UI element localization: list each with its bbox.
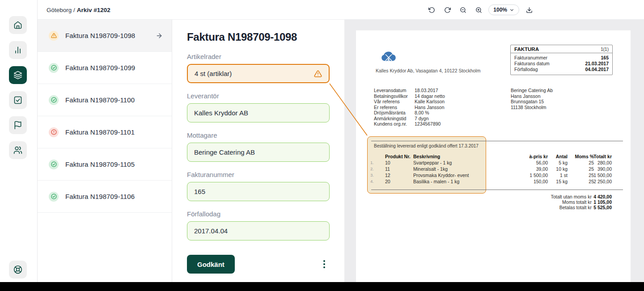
invoice-list-item-1106[interactable]: Faktura N198709-1106	[38, 181, 172, 213]
check-circle-status-icon	[49, 63, 59, 73]
invoice-label: Faktura N198709-1099	[65, 64, 135, 72]
field-leverantor[interactable]: Kalles Kryddor AB	[187, 103, 330, 122]
flag-icon	[13, 121, 22, 130]
field-artikelrader[interactable]: 4 st (artiklar)	[187, 64, 330, 83]
app-root: Göteborg / Arkiv #1202 100%	[0, 0, 644, 291]
undo-icon	[428, 7, 435, 13]
bar-chart-icon	[13, 46, 22, 55]
invoice-label: Faktura N198709-1101	[65, 128, 135, 136]
invoice-list-item-1105[interactable]: Faktura N198709-1105	[38, 148, 172, 181]
invoice-label: Faktura N198709-1100	[65, 96, 135, 104]
invoice-list-item-1100[interactable]: Faktura N198709-1100	[38, 84, 172, 116]
invoice-list-item-1101[interactable]: Faktura N198709-1101	[38, 116, 172, 148]
layers-icon	[13, 71, 22, 80]
users-icon	[13, 146, 22, 155]
field-mottagare[interactable]: Beringe Catering AB	[187, 143, 330, 162]
redo-icon	[444, 7, 451, 13]
table-row: 4. 20 Basilika - malen - 1 kg 150,00 15 …	[356, 179, 631, 184]
table-bottom-rule	[371, 190, 623, 190]
life-buoy-icon	[13, 265, 22, 274]
document-order-note: Beställning levererad enligt godkänd off…	[374, 143, 479, 148]
arrow-right-icon	[156, 32, 163, 39]
nav-flags-button[interactable]	[9, 116, 27, 134]
table-row: 2. 11 Mineralsalt - 1kg 39,00 10 kg 25 3…	[356, 166, 631, 172]
field-value: 2017.04.04	[194, 227, 228, 235]
field-label-artikelrader: Artikelrader	[187, 53, 330, 61]
document-page[interactable]: Kalles Kryddor Ab, Vasagatan 4, 10122 St…	[356, 30, 631, 282]
zoom-level-value: 100%	[493, 7, 507, 13]
nav-analytics-button[interactable]	[9, 41, 27, 59]
table-row: 3. 12 Provsmaka Kryddor- event 1 500,00 …	[356, 173, 631, 178]
doc-invoice-number-label: Fakturanummer	[514, 55, 547, 61]
field-label-mottagare: Mottagare	[187, 131, 330, 139]
invoice-list: Faktura N198709-1098 Faktura N198709-109…	[38, 20, 172, 282]
kebab-menu-button[interactable]	[319, 258, 330, 270]
document-recipient-block: Beringe Catering Ab Hans Jansson Brunnsg…	[511, 88, 553, 110]
doc-due-date-value: 04.04.2017	[585, 67, 609, 72]
breadcrumb: Göteborg / Arkiv #1202	[47, 0, 110, 20]
warning-triangle-icon	[314, 70, 322, 78]
document-company-address: Kalles Kryddor Ab, Vasagatan 4, 10122 St…	[376, 68, 480, 73]
check-circle-status-icon	[49, 192, 59, 202]
approve-button[interactable]: Godkänt	[187, 255, 235, 274]
invoice-list-item-1099[interactable]: Faktura N198709-1099	[38, 52, 172, 84]
zoom-level-select[interactable]: 100%	[488, 4, 519, 15]
undo-button[interactable]	[426, 4, 437, 16]
invoice-label: Faktura N198709-1105	[65, 160, 135, 168]
icon-rail	[0, 0, 38, 282]
invoice-form: Faktura N198709-1098 Artikelrader 4 st (…	[172, 20, 344, 282]
nav-users-button[interactable]	[9, 141, 27, 159]
field-value: 4 st (artiklar)	[195, 70, 232, 77]
form-footer: Godkänt	[187, 255, 330, 274]
breadcrumb-current: Arkiv #1202	[77, 7, 110, 13]
document-invoice-header-box: FAKTURA 1(1) Fakturanummer165 Fakturans …	[510, 45, 613, 75]
invoice-label: Faktura N198709-1098	[65, 32, 135, 39]
field-fakturanummer[interactable]: 165	[187, 182, 330, 201]
help-button[interactable]	[9, 261, 27, 278]
company-logo-windmill-icon	[381, 51, 397, 65]
warning-status-icon	[49, 31, 59, 41]
field-forfallodag[interactable]: 2017.04.04	[187, 221, 330, 240]
check-square-icon	[13, 96, 22, 105]
doc-invoice-date-label: Fakturans datum	[514, 61, 550, 67]
field-value: Kalles Kryddor AB	[194, 109, 248, 117]
zoom-out-icon	[460, 7, 466, 13]
top-bar: Göteborg / Arkiv #1202 100%	[38, 0, 644, 20]
doc-due-date-label: Förfallodag	[514, 67, 538, 72]
zoom-in-button[interactable]	[473, 4, 484, 16]
check-circle-status-icon	[49, 160, 59, 169]
zoom-out-button[interactable]	[457, 4, 469, 16]
home-icon	[13, 21, 22, 30]
nav-tasks-button[interactable]	[9, 91, 27, 109]
invoice-list-item-1098[interactable]: Faktura N198709-1098	[38, 20, 172, 52]
document-toolbar: 100%	[426, 0, 535, 20]
bottom-black-bar	[0, 282, 644, 291]
download-icon	[526, 7, 533, 13]
field-value: Beringe Catering AB	[194, 148, 255, 156]
field-label-leverantor: Leverantör	[187, 92, 330, 100]
check-circle-status-icon	[49, 95, 59, 105]
document-title: FAKTURA	[514, 46, 539, 52]
doc-invoice-date-value: 21.03.2017	[585, 61, 609, 67]
table-row: 1. 10 Svartpeppar - 1 kg 56,00 5 kg 25 2…	[356, 160, 631, 165]
alert-circle-status-icon	[49, 127, 59, 137]
document-table-header-row: Produkt Nr. Beskrivning à-pris kr Antal …	[356, 154, 631, 159]
chevron-down-icon	[509, 8, 514, 13]
breadcrumb-parent[interactable]: Göteborg /	[47, 7, 75, 13]
zoom-in-icon	[475, 7, 482, 13]
nav-archive-button[interactable]	[9, 66, 27, 84]
redo-button[interactable]	[441, 4, 453, 16]
field-label-forfallodag: Förfallodag	[187, 210, 330, 218]
table-top-rule	[371, 141, 623, 141]
download-button[interactable]	[523, 4, 535, 16]
document-preview-panel: Kalles Kryddor Ab, Vasagatan 4, 10122 St…	[344, 20, 644, 282]
document-page-count: 1(1)	[601, 47, 609, 52]
page-title: Faktura N198709-1098	[187, 30, 330, 44]
document-details-block: Leveransdatum18.03.2017 Betalningsvillko…	[374, 88, 445, 127]
nav-home-button[interactable]	[9, 16, 27, 34]
field-label-fakturanummer: Fakturanummer	[187, 171, 330, 179]
invoice-label: Faktura N198709-1106	[65, 193, 135, 200]
doc-invoice-number-value: 165	[601, 55, 609, 61]
field-value: 165	[194, 188, 205, 195]
